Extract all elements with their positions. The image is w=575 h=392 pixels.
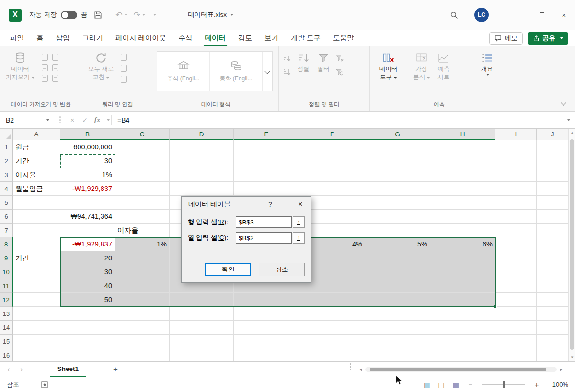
cell-j10[interactable]: [537, 265, 568, 279]
cell-c8[interactable]: 1%: [115, 237, 170, 251]
cell-f15[interactable]: [299, 335, 365, 348]
qat-customize-button[interactable]: [151, 14, 156, 16]
collapse-ribbon-button[interactable]: [562, 99, 565, 106]
cell-d4[interactable]: [170, 182, 234, 196]
column-header-j[interactable]: J: [537, 129, 568, 140]
ribbon-tab-help[interactable]: 도움말: [327, 30, 360, 46]
cell-e14[interactable]: [234, 321, 299, 335]
name-box[interactable]: B2: [0, 112, 54, 128]
cell-f4[interactable]: [299, 182, 365, 196]
cell-g4[interactable]: [365, 182, 430, 196]
cell-a3[interactable]: 이자율: [13, 168, 60, 182]
cancel-entry-button[interactable]: ×: [66, 112, 79, 128]
cell-d16[interactable]: [170, 348, 234, 361]
autosave-toggle[interactable]: [61, 11, 77, 19]
cell-e12[interactable]: [234, 293, 299, 307]
cell-j5[interactable]: [537, 196, 568, 210]
zoom-slider[interactable]: [482, 384, 525, 385]
close-button[interactable]: ×: [553, 0, 575, 30]
cell-f16[interactable]: [299, 348, 365, 361]
cell-c16[interactable]: [115, 348, 170, 361]
cell-h10[interactable]: [430, 265, 495, 279]
cell-g3[interactable]: [365, 168, 430, 182]
vertical-scrollbar[interactable]: ▲ ▼: [568, 129, 575, 361]
row-header-1[interactable]: 1: [0, 140, 13, 154]
cell-g10[interactable]: [365, 265, 430, 279]
avatar[interactable]: LC: [474, 8, 489, 22]
cancel-button[interactable]: 취소: [259, 263, 305, 276]
refresh-all-button[interactable]: 모두 새로 고침: [86, 49, 116, 83]
cell-c9[interactable]: [115, 251, 170, 265]
cell-b8[interactable]: -₩1,929,837: [60, 237, 115, 251]
drag-handle-icon[interactable]: [59, 119, 61, 121]
row-header-15[interactable]: 15: [0, 335, 13, 348]
macro-record-icon[interactable]: [41, 381, 48, 388]
from-table-icon[interactable]: [40, 63, 49, 72]
row-input-range-selector-button[interactable]: ↑: [293, 216, 305, 228]
tab-splitter-handle[interactable]: [350, 366, 351, 368]
cell-c3[interactable]: [115, 168, 170, 182]
clear-filter-icon[interactable]: [335, 54, 345, 63]
cell-c10[interactable]: [115, 265, 170, 279]
cell-i7[interactable]: [495, 224, 537, 237]
cell-d14[interactable]: [170, 321, 234, 335]
cell-g14[interactable]: [365, 321, 430, 335]
page-break-view-icon[interactable]: ▥: [453, 381, 459, 389]
cell-g8[interactable]: 5%: [365, 237, 430, 251]
horizontal-scroll-track[interactable]: [365, 367, 557, 372]
data-tools-button[interactable]: 데이터 도구: [377, 49, 400, 83]
ribbon-tab-page-layout[interactable]: 페이지 레이아웃: [109, 30, 172, 46]
formula-input[interactable]: =B4: [112, 116, 561, 124]
cell-c12[interactable]: [115, 293, 170, 307]
cell-c14[interactable]: [115, 321, 170, 335]
cell-b16[interactable]: [60, 348, 115, 361]
column-header-h[interactable]: H: [430, 129, 495, 140]
cell-e2[interactable]: [234, 154, 299, 168]
cell-b10[interactable]: 30: [60, 265, 115, 279]
cell-h16[interactable]: [430, 348, 495, 361]
ok-button[interactable]: 확인: [205, 263, 251, 276]
from-web-icon[interactable]: [50, 52, 60, 62]
gallery-more-button[interactable]: [263, 52, 272, 91]
cell-h11[interactable]: [430, 279, 495, 293]
cell-b2[interactable]: 30: [60, 154, 115, 168]
cell-c4[interactable]: [115, 182, 170, 196]
select-all-button[interactable]: [0, 129, 13, 140]
cell-a5[interactable]: [13, 196, 60, 210]
cell-c15[interactable]: [115, 335, 170, 348]
cell-d1[interactable]: [170, 140, 234, 154]
insert-function-button[interactable]: fx: [91, 112, 104, 128]
cell-i15[interactable]: [495, 335, 537, 348]
cell-a8[interactable]: [13, 237, 60, 251]
properties-icon[interactable]: [119, 52, 128, 62]
column-header-c[interactable]: C: [115, 129, 170, 140]
cell-d2[interactable]: [170, 154, 234, 168]
function-dropdown-button[interactable]: [104, 112, 111, 128]
cell-j8[interactable]: [537, 237, 568, 251]
column-header-d[interactable]: D: [170, 129, 234, 140]
column-input-range-selector-button[interactable]: ↑: [293, 232, 305, 244]
sort-ascending-icon[interactable]: [282, 54, 292, 63]
column-header-a[interactable]: A: [13, 129, 60, 140]
cell-i12[interactable]: [495, 293, 537, 307]
ribbon-tab-data[interactable]: 데이터: [199, 30, 232, 46]
forecast-sheet-button[interactable]: 예측 시트: [435, 49, 452, 83]
save-button[interactable]: [94, 11, 102, 19]
ribbon-tab-insert[interactable]: 삽입: [50, 30, 76, 46]
cell-a7[interactable]: [13, 224, 60, 237]
row-input-cell-field[interactable]: [236, 216, 292, 228]
column-header-b[interactable]: B: [60, 129, 115, 140]
cell-g12[interactable]: [365, 293, 430, 307]
cell-b5[interactable]: [60, 196, 115, 210]
next-sheet-arrow[interactable]: ›: [20, 365, 23, 374]
cell-h13[interactable]: [430, 307, 495, 321]
sheet-tab-sheet1[interactable]: Sheet1: [50, 362, 86, 377]
column-header-i[interactable]: I: [495, 129, 537, 140]
scroll-up-arrow[interactable]: ▲: [569, 131, 575, 135]
cell-a4[interactable]: 월불입금: [13, 182, 60, 196]
add-sheet-button[interactable]: +: [113, 365, 118, 374]
cell-i8[interactable]: [495, 237, 537, 251]
cell-e15[interactable]: [234, 335, 299, 348]
cell-f2[interactable]: [299, 154, 365, 168]
from-text-icon[interactable]: [40, 52, 49, 62]
